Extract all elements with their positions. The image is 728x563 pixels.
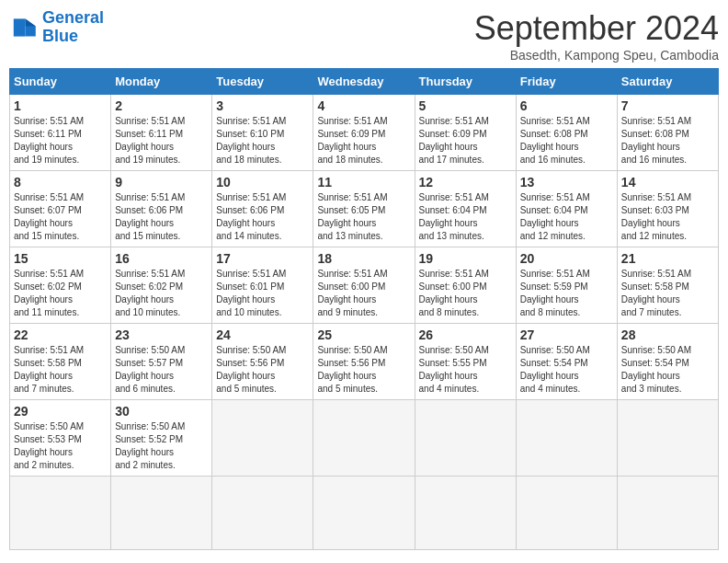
day-number: 24 [216, 327, 309, 342]
day-number: 20 [520, 251, 613, 266]
calendar-cell: 13 Sunrise: 5:51 AM Sunset: 6:04 PM Dayl… [516, 171, 617, 247]
col-tuesday: Tuesday [212, 69, 313, 95]
calendar-cell [415, 477, 516, 550]
day-number: 13 [520, 175, 613, 190]
calendar-cell: 5 Sunrise: 5:51 AM Sunset: 6:09 PM Dayli… [415, 95, 516, 171]
day-number: 5 [419, 98, 512, 113]
header-row: Sunday Monday Tuesday Wednesday Thursday… [10, 69, 719, 95]
svg-rect-2 [14, 18, 26, 36]
calendar-week-row [10, 477, 719, 550]
day-number: 29 [14, 404, 107, 419]
col-thursday: Thursday [415, 69, 516, 95]
month-title: September 2024 [474, 9, 719, 48]
day-info: Sunrise: 5:51 AM Sunset: 6:08 PM Dayligh… [520, 115, 613, 167]
calendar-cell [516, 477, 617, 550]
day-number: 11 [317, 175, 410, 190]
day-number: 22 [14, 327, 107, 342]
day-info: Sunrise: 5:51 AM Sunset: 6:02 PM Dayligh… [14, 268, 107, 319]
day-number: 3 [216, 98, 309, 113]
calendar-cell: 12 Sunrise: 5:51 AM Sunset: 6:04 PM Dayl… [415, 171, 516, 247]
day-number: 1 [14, 98, 107, 113]
day-info: Sunrise: 5:50 AM Sunset: 5:54 PM Dayligh… [520, 344, 613, 396]
calendar-cell: 21 Sunrise: 5:51 AM Sunset: 5:58 PM Dayl… [617, 247, 718, 324]
day-info: Sunrise: 5:51 AM Sunset: 6:06 PM Dayligh… [216, 191, 309, 243]
calendar-cell: 9 Sunrise: 5:51 AM Sunset: 6:06 PM Dayli… [111, 171, 212, 247]
logo: General Blue [9, 9, 104, 46]
calendar-cell: 25 Sunrise: 5:50 AM Sunset: 5:56 PM Dayl… [313, 324, 415, 400]
day-info: Sunrise: 5:51 AM Sunset: 6:09 PM Dayligh… [317, 115, 410, 167]
calendar-cell: 10 Sunrise: 5:51 AM Sunset: 6:06 PM Dayl… [212, 171, 313, 247]
calendar-cell [313, 400, 415, 477]
day-info: Sunrise: 5:51 AM Sunset: 6:00 PM Dayligh… [419, 268, 512, 319]
calendar-cell: 29 Sunrise: 5:50 AM Sunset: 5:53 PM Dayl… [10, 400, 111, 477]
day-info: Sunrise: 5:51 AM Sunset: 5:59 PM Dayligh… [520, 268, 613, 319]
calendar-cell: 8 Sunrise: 5:51 AM Sunset: 6:07 PM Dayli… [10, 171, 111, 247]
day-number: 16 [115, 251, 208, 266]
calendar-cell: 3 Sunrise: 5:51 AM Sunset: 6:10 PM Dayli… [212, 95, 313, 171]
calendar-cell: 17 Sunrise: 5:51 AM Sunset: 6:01 PM Dayl… [212, 247, 313, 324]
day-info: Sunrise: 5:50 AM Sunset: 5:56 PM Dayligh… [216, 344, 309, 396]
calendar-cell [617, 400, 718, 477]
day-info: Sunrise: 5:51 AM Sunset: 6:04 PM Dayligh… [520, 191, 613, 243]
day-number: 27 [520, 327, 613, 342]
calendar-cell [10, 477, 111, 550]
day-info: Sunrise: 5:50 AM Sunset: 5:52 PM Dayligh… [115, 420, 208, 472]
col-monday: Monday [111, 69, 212, 95]
calendar-week-row: 29 Sunrise: 5:50 AM Sunset: 5:53 PM Dayl… [10, 400, 719, 477]
calendar-cell: 14 Sunrise: 5:51 AM Sunset: 6:03 PM Dayl… [617, 171, 718, 247]
calendar-cell: 7 Sunrise: 5:51 AM Sunset: 6:08 PM Dayli… [617, 95, 718, 171]
day-number: 8 [14, 175, 107, 190]
calendar-cell [617, 477, 718, 550]
day-info: Sunrise: 5:50 AM Sunset: 5:54 PM Dayligh… [621, 344, 714, 396]
day-info: Sunrise: 5:51 AM Sunset: 6:02 PM Dayligh… [115, 268, 208, 319]
day-number: 23 [115, 327, 208, 342]
calendar-table: Sunday Monday Tuesday Wednesday Thursday… [9, 68, 719, 550]
day-number: 21 [621, 251, 714, 266]
logo-line1: General [42, 8, 104, 27]
day-number: 26 [419, 327, 512, 342]
col-wednesday: Wednesday [313, 69, 415, 95]
day-info: Sunrise: 5:50 AM Sunset: 5:56 PM Dayligh… [317, 344, 410, 396]
logo-text: General Blue [42, 9, 104, 46]
day-number: 18 [317, 251, 410, 266]
day-number: 12 [419, 175, 512, 190]
day-info: Sunrise: 5:50 AM Sunset: 5:57 PM Dayligh… [115, 344, 208, 396]
calendar-cell: 30 Sunrise: 5:50 AM Sunset: 5:52 PM Dayl… [111, 400, 212, 477]
calendar-cell: 1 Sunrise: 5:51 AM Sunset: 6:11 PM Dayli… [10, 95, 111, 171]
calendar-cell: 20 Sunrise: 5:51 AM Sunset: 5:59 PM Dayl… [516, 247, 617, 324]
logo-line2: Blue [42, 27, 78, 45]
calendar-cell: 6 Sunrise: 5:51 AM Sunset: 6:08 PM Dayli… [516, 95, 617, 171]
day-number: 17 [216, 251, 309, 266]
day-info: Sunrise: 5:51 AM Sunset: 6:00 PM Dayligh… [317, 268, 410, 319]
day-info: Sunrise: 5:51 AM Sunset: 6:03 PM Dayligh… [621, 191, 714, 243]
day-number: 7 [621, 98, 714, 113]
calendar-cell [111, 477, 212, 550]
day-info: Sunrise: 5:50 AM Sunset: 5:55 PM Dayligh… [419, 344, 512, 396]
day-info: Sunrise: 5:51 AM Sunset: 6:07 PM Dayligh… [14, 191, 107, 243]
location-subtitle: Basedth, Kampong Speu, Cambodia [474, 48, 719, 63]
day-number: 30 [115, 404, 208, 419]
calendar-cell: 22 Sunrise: 5:51 AM Sunset: 5:58 PM Dayl… [10, 324, 111, 400]
calendar-cell: 11 Sunrise: 5:51 AM Sunset: 6:05 PM Dayl… [313, 171, 415, 247]
col-sunday: Sunday [10, 69, 111, 95]
calendar-cell: 24 Sunrise: 5:50 AM Sunset: 5:56 PM Dayl… [212, 324, 313, 400]
calendar-week-row: 8 Sunrise: 5:51 AM Sunset: 6:07 PM Dayli… [10, 171, 719, 247]
svg-marker-1 [26, 18, 36, 26]
calendar-cell [212, 477, 313, 550]
day-info: Sunrise: 5:51 AM Sunset: 6:09 PM Dayligh… [419, 115, 512, 167]
day-number: 4 [317, 98, 410, 113]
day-info: Sunrise: 5:51 AM Sunset: 6:05 PM Dayligh… [317, 191, 410, 243]
calendar-cell: 27 Sunrise: 5:50 AM Sunset: 5:54 PM Dayl… [516, 324, 617, 400]
day-info: Sunrise: 5:51 AM Sunset: 6:04 PM Dayligh… [419, 191, 512, 243]
calendar-cell: 16 Sunrise: 5:51 AM Sunset: 6:02 PM Dayl… [111, 247, 212, 324]
day-number: 15 [14, 251, 107, 266]
calendar-cell: 2 Sunrise: 5:51 AM Sunset: 6:11 PM Dayli… [111, 95, 212, 171]
day-number: 25 [317, 327, 410, 342]
day-number: 2 [115, 98, 208, 113]
calendar-cell: 23 Sunrise: 5:50 AM Sunset: 5:57 PM Dayl… [111, 324, 212, 400]
calendar-cell: 19 Sunrise: 5:51 AM Sunset: 6:00 PM Dayl… [415, 247, 516, 324]
calendar-cell [415, 400, 516, 477]
day-info: Sunrise: 5:51 AM Sunset: 6:11 PM Dayligh… [115, 115, 208, 167]
day-info: Sunrise: 5:51 AM Sunset: 6:01 PM Dayligh… [216, 268, 309, 319]
day-number: 28 [621, 327, 714, 342]
